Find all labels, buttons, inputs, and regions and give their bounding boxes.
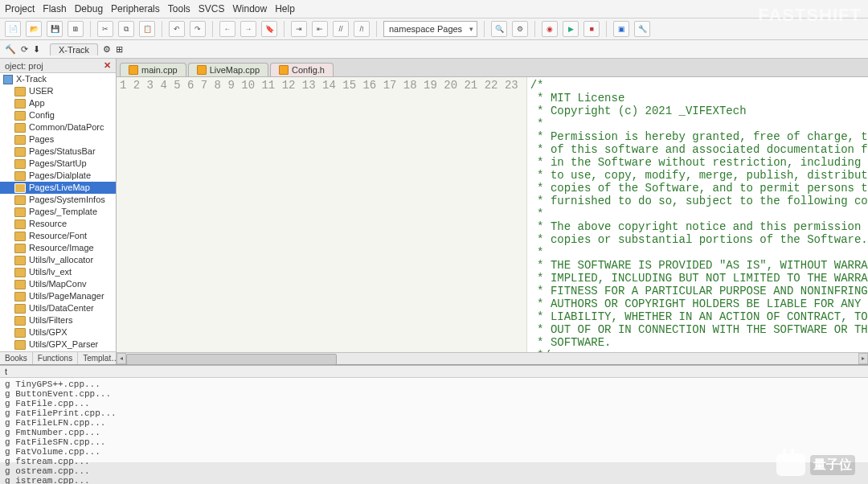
tree-node-label: Common/DataPorc (29, 121, 104, 133)
project-icon (3, 75, 13, 84)
scroll-right-icon[interactable]: ▸ (858, 353, 868, 364)
tree-node-label: Utils/lv_ext (29, 266, 72, 278)
tree-node[interactable]: Config (0, 109, 116, 121)
tree-node[interactable]: Utils/GPX_Parser (0, 338, 116, 351)
target-tab[interactable]: X-Track (50, 43, 98, 55)
tree-node[interactable]: Resource/Font (0, 230, 116, 242)
tb-uncomment-icon[interactable]: /! (354, 21, 370, 37)
tb-redo-icon[interactable]: ↷ (190, 21, 206, 37)
menu-item-svcs[interactable]: SVCS (199, 3, 225, 14)
folder-icon (14, 87, 26, 96)
file-tab-label: Config.h (292, 65, 325, 75)
folder-icon (14, 292, 26, 301)
tree-node[interactable]: Pages/Dialplate (0, 170, 116, 182)
tree-node[interactable]: Utils/MapConv (0, 278, 116, 290)
folder-icon (14, 135, 26, 145)
tree-node[interactable]: Pages/StatusBar (0, 146, 116, 158)
tree-node-label: Pages/LiveMap (29, 182, 90, 194)
file-tab[interactable]: main.cpp (120, 63, 186, 76)
tree-node-label: Pages (29, 133, 54, 146)
tree-node[interactable]: Utils/PageManager (0, 290, 116, 302)
namespace-combo[interactable]: namespace Pages (383, 21, 477, 37)
folder-icon (14, 207, 26, 217)
tb-window-icon[interactable]: ▣ (613, 21, 629, 37)
tb2-manage-icon[interactable]: ⊞ (116, 44, 123, 55)
tb-back-icon[interactable]: ← (219, 21, 235, 37)
tb-new-icon[interactable]: 📄 (5, 21, 21, 37)
scroll-left-icon[interactable]: ◂ (117, 353, 126, 364)
tree-node[interactable]: Pages/LiveMap (0, 182, 116, 194)
tree-node[interactable]: Pages/SystemInfos (0, 194, 116, 206)
menu-item-help[interactable]: Help (275, 3, 295, 14)
tree-node[interactable]: Resource/Image (0, 242, 116, 254)
horizontal-scrollbar[interactable]: ◂ ▸ (117, 352, 868, 364)
folder-icon (14, 256, 26, 265)
menu-item-debug[interactable]: Debug (75, 3, 103, 14)
file-tab-label: LiveMap.cpp (210, 65, 260, 75)
menu-item-window[interactable]: Window (232, 3, 267, 14)
tb-indent-icon[interactable]: ⇥ (291, 21, 307, 37)
tree-node[interactable]: Utils/lv_ext (0, 266, 116, 278)
tb2-build-icon[interactable]: 🔨 (5, 44, 16, 55)
menu-item-project[interactable]: Project (5, 3, 35, 14)
scroll-thumb[interactable] (126, 354, 337, 365)
tree-node[interactable]: App (0, 97, 116, 109)
tb2-rebuild-icon[interactable]: ⟳ (21, 44, 28, 55)
menu-item-tools[interactable]: Tools (168, 3, 190, 14)
tree-node[interactable]: Resource (0, 218, 116, 230)
tb2-download-icon[interactable]: ⬇ (33, 44, 40, 55)
tree-node-label: Resource/Image (29, 242, 94, 254)
tree-node[interactable]: X-Track (0, 73, 116, 85)
tree-node[interactable]: Utils/DataCenter (0, 302, 116, 314)
folder-icon (14, 159, 26, 169)
folder-icon (14, 268, 26, 277)
tree-node-label: Pages/StatusBar (29, 146, 96, 158)
tb-tools-icon[interactable]: 🔧 (634, 21, 650, 37)
tb-build-icon[interactable]: ▶ (563, 21, 579, 37)
tree-node[interactable]: Utils/lv_allocator (0, 254, 116, 266)
code-text[interactable]: /* * MIT License * Copyright (c) 2021 _V… (527, 77, 868, 352)
output-panel: t g TinyGPS++.cpp... g ButtonEvent.cpp..… (0, 365, 868, 462)
output-text: g TinyGPS++.cpp... g ButtonEvent.cpp... … (0, 378, 868, 484)
folder-icon (14, 111, 26, 121)
tree-node-label: Pages/_Template (29, 206, 97, 218)
sidebar-bottom-tab[interactable]: Functions (33, 352, 78, 364)
tree-node[interactable]: USER (0, 85, 116, 97)
menu-item-flash[interactable]: Flash (43, 3, 66, 14)
tb-cut-icon[interactable]: ✂ (97, 21, 113, 37)
tree-node[interactable]: Common/DataPorc (0, 121, 116, 133)
tb-stop-icon[interactable]: ■ (583, 21, 600, 37)
project-tree[interactable]: X-TrackUSERAppConfigCommon/DataPorcPages… (0, 73, 116, 351)
sidebar-close-icon[interactable]: ✕ (104, 60, 111, 71)
folder-icon (14, 328, 26, 338)
tree-node[interactable]: Pages (0, 133, 116, 146)
tb2-opts-icon[interactable]: ⚙ (103, 44, 111, 55)
main-columns: oject: proj ✕ X-TrackUSERAppConfigCommon… (0, 59, 868, 365)
tb-copy-icon[interactable]: ⧉ (118, 21, 134, 37)
file-tab[interactable]: LiveMap.cpp (188, 63, 268, 76)
tb-comment-icon[interactable]: // (333, 21, 349, 37)
tb-open-icon[interactable]: 📂 (26, 21, 42, 37)
folder-icon (14, 316, 26, 326)
menu-item-peripherals[interactable]: Peripherals (111, 3, 160, 14)
tb-fwd-icon[interactable]: → (240, 21, 256, 37)
tb-saveall-icon[interactable]: 🗎 (68, 21, 84, 37)
tb-undo-icon[interactable]: ↶ (169, 21, 185, 37)
sidebar-bottom-tab[interactable]: Books (0, 352, 33, 364)
tb-outdent-icon[interactable]: ⇤ (312, 21, 328, 37)
tree-node-label: X-Track (16, 73, 47, 85)
tb-config-icon[interactable]: ⚙ (512, 21, 528, 37)
tree-node[interactable]: Utils/Filters (0, 314, 116, 326)
tree-node-label: Pages/Dialplate (29, 170, 91, 182)
tree-node[interactable]: Pages/StartUp (0, 158, 116, 170)
tb-bookmark-icon[interactable]: 🔖 (261, 21, 277, 37)
tb-debug-icon[interactable]: ◉ (542, 21, 558, 37)
tb-paste-icon[interactable]: 📋 (139, 21, 155, 37)
tree-node[interactable]: Utils/GPX (0, 326, 116, 338)
tree-node[interactable]: Pages/_Template (0, 206, 116, 218)
project-sidebar: oject: proj ✕ X-TrackUSERAppConfigCommon… (0, 59, 117, 364)
folder-icon (14, 123, 26, 133)
tb-save-icon[interactable]: 💾 (47, 21, 63, 37)
file-tab[interactable]: Config.h (270, 63, 334, 76)
tb-find-icon[interactable]: 🔍 (491, 21, 507, 37)
